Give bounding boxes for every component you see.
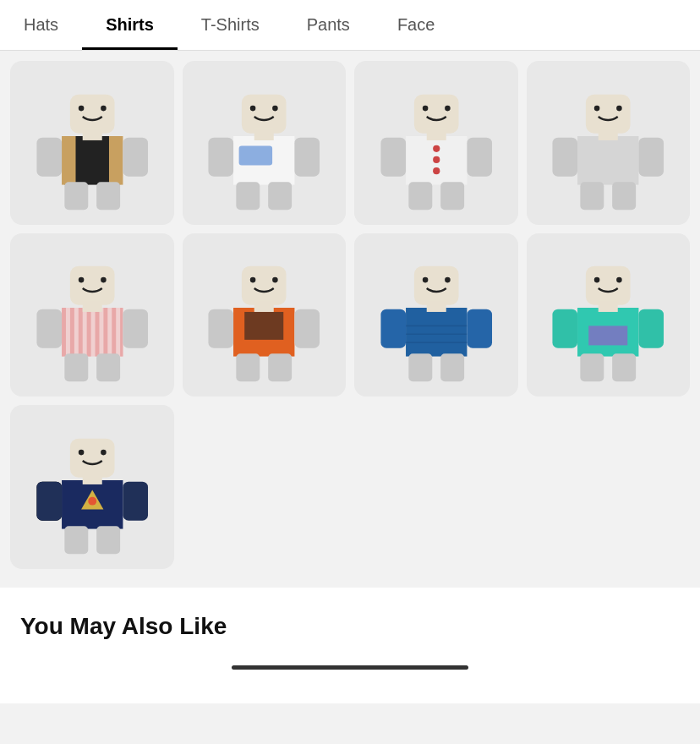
svg-rect-22 — [380, 137, 406, 176]
svg-rect-51 — [36, 309, 62, 348]
svg-rect-89 — [599, 301, 618, 312]
item-card-7[interactable] — [354, 233, 518, 397]
svg-rect-18 — [239, 145, 272, 165]
tab-face[interactable]: Face — [374, 0, 458, 50]
svg-rect-83 — [588, 326, 627, 345]
tab-tshirts[interactable]: T-Shirts — [178, 0, 283, 50]
svg-point-7 — [101, 105, 107, 111]
svg-point-54 — [78, 277, 84, 283]
svg-rect-9 — [64, 182, 88, 210]
svg-rect-14 — [242, 94, 287, 133]
svg-point-99 — [78, 449, 84, 455]
svg-rect-44 — [69, 308, 74, 357]
svg-point-88 — [616, 277, 622, 283]
tab-shirts[interactable]: Shirts — [82, 0, 178, 50]
svg-point-94 — [88, 496, 96, 505]
svg-rect-13 — [294, 137, 320, 176]
svg-rect-60 — [244, 312, 283, 340]
svg-rect-48 — [103, 308, 107, 357]
item-card-2[interactable] — [183, 61, 347, 225]
svg-rect-75 — [467, 309, 492, 348]
svg-point-65 — [272, 277, 278, 283]
svg-rect-68 — [268, 353, 292, 381]
svg-rect-49 — [112, 308, 116, 357]
svg-rect-31 — [408, 182, 432, 210]
svg-rect-5 — [69, 94, 114, 133]
item-card-9[interactable] — [10, 405, 174, 569]
item-grid-section — [0, 51, 700, 579]
svg-rect-17 — [254, 129, 274, 140]
svg-rect-47 — [95, 308, 99, 357]
svg-rect-80 — [408, 353, 432, 381]
svg-point-77 — [422, 277, 428, 283]
svg-point-55 — [101, 277, 107, 283]
svg-point-26 — [445, 105, 451, 111]
svg-rect-34 — [552, 137, 577, 176]
svg-rect-69 — [406, 308, 467, 357]
svg-rect-52 — [123, 309, 148, 348]
svg-point-29 — [433, 156, 440, 162]
svg-rect-97 — [36, 481, 62, 520]
svg-point-100 — [101, 449, 107, 455]
svg-rect-24 — [413, 94, 458, 133]
svg-rect-79 — [426, 301, 446, 312]
svg-rect-86 — [586, 266, 631, 305]
svg-rect-33 — [577, 136, 638, 185]
svg-rect-8 — [82, 129, 101, 140]
svg-rect-39 — [599, 129, 618, 140]
svg-rect-84 — [552, 309, 577, 348]
svg-rect-91 — [612, 353, 636, 381]
svg-rect-35 — [638, 137, 664, 176]
svg-rect-85 — [638, 309, 664, 348]
tab-bar: Hats Shirts T-Shirts Pants Face — [0, 0, 700, 51]
svg-rect-96 — [123, 481, 148, 520]
svg-rect-10 — [96, 182, 120, 210]
scroll-bar — [232, 665, 468, 670]
svg-rect-53 — [69, 266, 114, 305]
svg-point-6 — [78, 105, 84, 111]
svg-rect-3 — [36, 137, 62, 176]
item-card-1[interactable] — [10, 61, 174, 225]
svg-rect-81 — [440, 353, 464, 381]
svg-rect-76 — [413, 266, 458, 305]
tab-hats[interactable]: Hats — [0, 0, 82, 50]
svg-rect-102 — [64, 526, 88, 554]
svg-rect-36 — [586, 94, 631, 133]
item-card-8[interactable] — [527, 233, 691, 397]
svg-rect-45 — [78, 308, 82, 357]
svg-rect-98 — [69, 438, 114, 477]
svg-rect-103 — [96, 526, 120, 554]
svg-rect-57 — [64, 353, 88, 381]
item-card-5[interactable] — [10, 233, 174, 397]
svg-rect-63 — [242, 266, 287, 305]
also-like-section: You May Also Like — [0, 588, 700, 703]
svg-rect-46 — [86, 308, 90, 357]
svg-rect-43 — [62, 308, 66, 357]
svg-point-16 — [272, 105, 278, 111]
svg-rect-90 — [580, 353, 604, 381]
item-card-4[interactable] — [527, 61, 691, 225]
svg-rect-40 — [580, 182, 604, 210]
item-card-3[interactable] — [354, 61, 518, 225]
also-like-title: You May Also Like — [20, 613, 680, 640]
svg-point-78 — [445, 277, 451, 283]
svg-point-37 — [594, 105, 600, 111]
svg-rect-2 — [108, 136, 122, 185]
svg-point-25 — [422, 105, 428, 111]
svg-rect-66 — [254, 301, 274, 312]
svg-rect-56 — [82, 301, 101, 312]
svg-rect-1 — [62, 136, 75, 185]
svg-rect-74 — [380, 309, 406, 348]
svg-rect-12 — [208, 137, 233, 176]
svg-rect-4 — [123, 137, 148, 176]
tab-pants[interactable]: Pants — [283, 0, 374, 50]
svg-rect-101 — [82, 473, 101, 484]
svg-rect-19 — [236, 182, 260, 210]
svg-rect-62 — [294, 309, 320, 348]
svg-point-38 — [616, 105, 622, 111]
item-card-6[interactable] — [183, 233, 347, 397]
item-grid — [10, 61, 690, 569]
svg-rect-27 — [426, 129, 446, 140]
svg-point-30 — [433, 167, 440, 174]
svg-point-15 — [250, 105, 256, 111]
